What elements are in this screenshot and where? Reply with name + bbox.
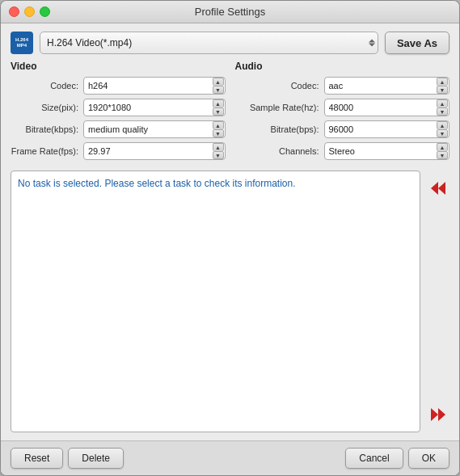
audio-codec-up[interactable]: ▲ <box>437 78 448 86</box>
video-bitrate-label: Bitrate(kbps): <box>11 124 83 134</box>
video-codec-down[interactable]: ▼ <box>213 86 224 94</box>
settings-row: Video Codec: ▲ ▼ Size(pix): <box>11 61 449 164</box>
video-framerate-row: Frame Rate(fps): ▲ ▼ <box>11 142 226 160</box>
video-framerate-down[interactable]: ▼ <box>213 151 224 159</box>
svg-marker-3 <box>438 408 445 421</box>
video-codec-input[interactable] <box>83 77 226 95</box>
reset-button[interactable]: Reset <box>11 448 63 469</box>
profile-row: H.264MP4 H.264 Video(*.mp4) MPEG-4 Video… <box>11 32 449 54</box>
audio-channels-stepper: ▲ ▼ <box>437 143 448 159</box>
audio-codec-input[interactable] <box>324 77 450 95</box>
audio-bitrate-down[interactable]: ▼ <box>437 129 448 137</box>
profile-icon: H.264MP4 <box>11 32 33 54</box>
audio-channels-input[interactable] <box>324 142 450 160</box>
audio-samplerate-row: Sample Rate(hz): ▲ ▼ <box>235 99 450 116</box>
profile-select[interactable]: H.264 Video(*.mp4) MPEG-4 Video(*.mp4) A… <box>40 32 378 54</box>
video-codec-up[interactable]: ▲ <box>213 78 224 86</box>
audio-samplerate-input[interactable] <box>324 99 450 116</box>
cancel-button[interactable]: Cancel <box>345 448 403 469</box>
audio-samplerate-stepper: ▲ ▼ <box>437 99 448 116</box>
audio-bitrate-control: ▲ ▼ <box>324 120 450 138</box>
video-size-stepper: ▲ ▼ <box>213 99 224 116</box>
minimize-button[interactable] <box>24 6 35 17</box>
titlebar: Profile Settings <box>1 1 459 23</box>
audio-channels-row: Channels: ▲ ▼ <box>235 142 450 160</box>
side-buttons <box>427 171 449 432</box>
audio-samplerate-down[interactable]: ▼ <box>437 107 448 116</box>
audio-channels-up[interactable]: ▲ <box>437 143 448 151</box>
maximize-button[interactable] <box>40 6 50 17</box>
audio-codec-row: Codec: ▲ ▼ <box>235 77 450 95</box>
video-panel: Video Codec: ▲ ▼ Size(pix): <box>11 61 226 164</box>
audio-codec-label: Codec: <box>235 81 324 91</box>
content-area: H.264MP4 H.264 Video(*.mp4) MPEG-4 Video… <box>1 23 459 440</box>
audio-samplerate-control: ▲ ▼ <box>324 99 450 116</box>
video-size-control: ▲ ▼ <box>83 99 226 116</box>
forward-button[interactable] <box>427 405 449 424</box>
video-codec-control: ▲ ▼ <box>83 77 226 95</box>
svg-marker-0 <box>438 182 445 195</box>
svg-marker-2 <box>431 408 438 421</box>
video-bitrate-up[interactable]: ▲ <box>213 121 224 129</box>
audio-samplerate-up[interactable]: ▲ <box>437 99 448 107</box>
window-title: Profile Settings <box>195 6 265 18</box>
video-bitrate-row: Bitrate(kbps): ▲ ▼ <box>11 120 226 138</box>
audio-section-title: Audio <box>235 61 450 72</box>
save-as-button[interactable]: Save As <box>385 32 449 54</box>
video-bitrate-down[interactable]: ▼ <box>213 129 224 137</box>
audio-bitrate-input[interactable] <box>324 120 450 138</box>
audio-channels-down[interactable]: ▼ <box>437 151 448 159</box>
svg-marker-1 <box>431 182 438 195</box>
video-size-input[interactable] <box>83 99 226 116</box>
video-size-row: Size(pix): ▲ ▼ <box>11 99 226 116</box>
info-message: No task is selected. Please select a tas… <box>18 178 296 189</box>
forward-icon <box>431 408 445 421</box>
bottom-bar: Reset Delete Cancel OK <box>1 440 459 475</box>
video-bitrate-stepper: ▲ ▼ <box>213 121 224 137</box>
video-bitrate-input[interactable] <box>83 120 226 138</box>
video-size-label: Size(pix): <box>11 103 83 112</box>
audio-codec-stepper: ▲ ▼ <box>437 78 448 94</box>
audio-bitrate-row: Bitrate(bps): ▲ ▼ <box>235 120 450 138</box>
info-section: No task is selected. Please select a tas… <box>11 171 449 432</box>
audio-codec-down[interactable]: ▼ <box>437 86 448 94</box>
video-bitrate-control: ▲ ▼ <box>83 120 226 138</box>
video-codec-row: Codec: ▲ ▼ <box>11 77 226 95</box>
rewind-icon <box>431 182 445 195</box>
video-framerate-label: Frame Rate(fps): <box>11 146 83 156</box>
video-framerate-input[interactable] <box>83 142 226 160</box>
audio-bitrate-stepper: ▲ ▼ <box>437 121 448 137</box>
titlebar-buttons <box>9 6 50 17</box>
video-codec-label: Codec: <box>11 81 83 91</box>
profile-settings-window: Profile Settings H.264MP4 H.264 Video(*.… <box>0 0 460 476</box>
video-size-up[interactable]: ▲ <box>213 99 224 107</box>
info-box: No task is selected. Please select a tas… <box>11 171 420 432</box>
close-button[interactable] <box>9 6 19 17</box>
delete-button[interactable]: Delete <box>68 448 124 469</box>
audio-channels-control: ▲ ▼ <box>324 142 450 160</box>
video-size-down[interactable]: ▼ <box>213 107 224 116</box>
ok-button[interactable]: OK <box>408 448 449 469</box>
video-framerate-stepper: ▲ ▼ <box>213 143 224 159</box>
video-codec-stepper: ▲ ▼ <box>213 78 224 94</box>
profile-select-wrapper: H.264 Video(*.mp4) MPEG-4 Video(*.mp4) A… <box>40 32 378 54</box>
rewind-button[interactable] <box>427 179 449 198</box>
audio-bitrate-label: Bitrate(bps): <box>235 124 324 134</box>
audio-bitrate-up[interactable]: ▲ <box>437 121 448 129</box>
audio-samplerate-label: Sample Rate(hz): <box>235 103 324 112</box>
audio-panel: Audio Codec: ▲ ▼ Sample Rate(hz): <box>235 61 450 164</box>
video-framerate-control: ▲ ▼ <box>83 142 226 160</box>
audio-channels-label: Channels: <box>235 146 324 156</box>
video-section-title: Video <box>11 61 226 72</box>
audio-codec-control: ▲ ▼ <box>324 77 450 95</box>
video-framerate-up[interactable]: ▲ <box>213 143 224 151</box>
